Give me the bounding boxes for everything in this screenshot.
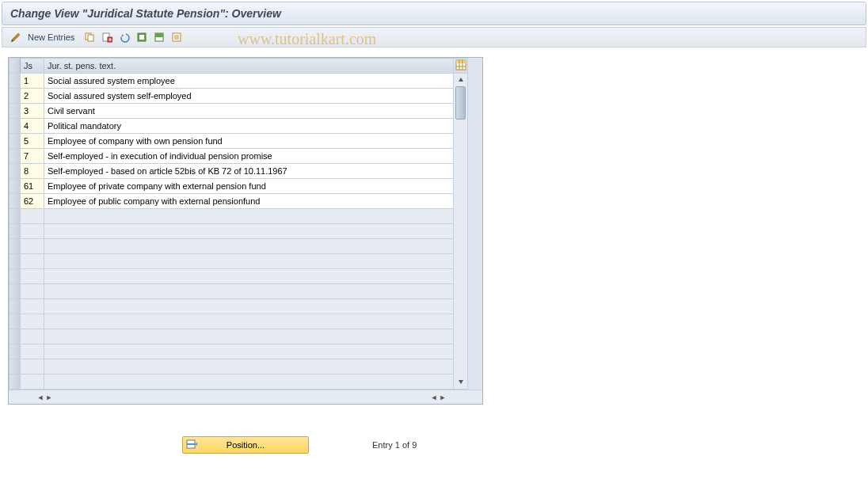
- cell-js[interactable]: 2: [21, 89, 44, 104]
- scroll-thumb[interactable]: [455, 86, 466, 120]
- row-selector[interactable]: [10, 314, 21, 329]
- undo-change-icon[interactable]: [117, 30, 131, 44]
- vertical-scrollbar[interactable]: [454, 74, 468, 390]
- cell-js-empty[interactable]: [21, 314, 44, 329]
- position-icon: [186, 439, 197, 451]
- cell-text-empty[interactable]: [44, 239, 454, 254]
- cell-text-empty[interactable]: [44, 284, 454, 299]
- row-selector[interactable]: [10, 374, 21, 390]
- row-selector[interactable]: [10, 194, 21, 209]
- data-grid: Js Jur. st. pens. text. 1Social assured …: [8, 57, 483, 405]
- row-selector[interactable]: [10, 149, 21, 164]
- table-row-empty: [10, 374, 468, 390]
- toggle-display-change-icon[interactable]: [9, 30, 23, 44]
- cell-text-empty[interactable]: [44, 374, 454, 390]
- cell-js[interactable]: 1: [21, 74, 44, 89]
- cell-text[interactable]: Social assured system employee: [44, 74, 454, 89]
- table-row: 7Self-employed - in execution of individ…: [10, 149, 468, 164]
- row-selector[interactable]: [10, 89, 21, 104]
- table-settings-icon[interactable]: [454, 59, 468, 74]
- cell-text-empty[interactable]: [44, 329, 454, 344]
- table-row-empty: [10, 359, 468, 374]
- cell-js[interactable]: 62: [21, 194, 44, 209]
- table-row-empty: [10, 284, 468, 299]
- cell-js[interactable]: 3: [21, 104, 44, 119]
- cell-js-empty[interactable]: [21, 209, 44, 224]
- cell-js-empty[interactable]: [21, 224, 44, 239]
- row-selector[interactable]: [10, 74, 21, 89]
- cell-js[interactable]: 8: [21, 164, 44, 179]
- cell-js-empty[interactable]: [21, 299, 44, 314]
- cell-text[interactable]: Employee of public company with external…: [44, 194, 454, 209]
- cell-text[interactable]: Employee of private company with externa…: [44, 179, 454, 194]
- cell-js-empty[interactable]: [21, 269, 44, 284]
- select-all-icon[interactable]: [135, 30, 149, 44]
- row-selector[interactable]: [10, 344, 21, 359]
- toolbar: New Entries: [2, 27, 866, 48]
- cell-js[interactable]: 5: [21, 134, 44, 149]
- cell-text[interactable]: Self-employed - in execution of individu…: [44, 149, 454, 164]
- scroll-right-icon[interactable]: ►: [45, 392, 53, 403]
- cell-text-empty[interactable]: [44, 269, 454, 284]
- deselect-all-icon[interactable]: [169, 30, 184, 44]
- cell-js-empty[interactable]: [21, 329, 44, 344]
- table-row: 5Employee of company with own pension fu…: [10, 134, 468, 149]
- table-row: 62Employee of public company with extern…: [10, 194, 468, 209]
- cell-js-empty[interactable]: [21, 344, 44, 359]
- cell-js-empty[interactable]: [21, 374, 44, 390]
- cell-js-empty[interactable]: [21, 359, 44, 374]
- svg-rect-5: [139, 35, 144, 40]
- copy-as-icon[interactable]: [82, 30, 97, 44]
- row-selector[interactable]: [10, 179, 21, 194]
- scroll-right-end-icon[interactable]: ►: [439, 392, 447, 403]
- scroll-left-end-icon[interactable]: ◄: [430, 392, 438, 403]
- scroll-left-icon[interactable]: ◄: [36, 392, 44, 403]
- position-button[interactable]: Position...: [182, 436, 309, 454]
- cell-text-empty[interactable]: [44, 254, 454, 269]
- cell-text-empty[interactable]: [44, 344, 454, 359]
- cell-text-empty[interactable]: [44, 359, 454, 374]
- row-selector[interactable]: [10, 164, 21, 179]
- column-header-js[interactable]: Js: [21, 59, 44, 74]
- row-selector[interactable]: [10, 284, 21, 299]
- cell-js[interactable]: 61: [21, 179, 44, 194]
- cell-js[interactable]: 4: [21, 119, 44, 134]
- row-selector[interactable]: [10, 239, 21, 254]
- scroll-down-icon[interactable]: [454, 375, 467, 388]
- select-all-rows[interactable]: [10, 59, 21, 74]
- cell-js[interactable]: 7: [21, 149, 44, 164]
- row-selector[interactable]: [10, 254, 21, 269]
- row-selector[interactable]: [10, 104, 21, 119]
- cell-js-empty[interactable]: [21, 239, 44, 254]
- cell-js-empty[interactable]: [21, 284, 44, 299]
- scroll-up-icon[interactable]: [454, 74, 467, 86]
- row-selector[interactable]: [10, 359, 21, 374]
- title-bar: Change View "Juridical Statute Pension":…: [2, 2, 866, 25]
- horizontal-scrollbar[interactable]: ◄ ► ◄ ►: [9, 390, 482, 404]
- delete-icon[interactable]: [100, 30, 114, 44]
- cell-js-empty[interactable]: [21, 254, 44, 269]
- table-row: 2Social assured system self-employed: [10, 89, 468, 104]
- row-selector[interactable]: [10, 329, 21, 344]
- cell-text-empty[interactable]: [44, 209, 454, 224]
- cell-text[interactable]: Employee of company with own pension fun…: [44, 134, 454, 149]
- select-block-icon[interactable]: [152, 30, 166, 44]
- cell-text[interactable]: Self-employed - based on article 52bis o…: [44, 164, 454, 179]
- row-selector[interactable]: [10, 209, 21, 224]
- row-selector[interactable]: [10, 119, 21, 134]
- cell-text[interactable]: Political mandatory: [44, 119, 454, 134]
- cell-text[interactable]: Social assured system self-employed: [44, 89, 454, 104]
- row-selector[interactable]: [10, 269, 21, 284]
- svg-rect-1: [88, 35, 93, 41]
- cell-text-empty[interactable]: [44, 314, 454, 329]
- cell-text-empty[interactable]: [44, 299, 454, 314]
- new-entries-button[interactable]: New Entries: [26, 32, 79, 42]
- cell-text[interactable]: Civil servant: [44, 104, 454, 119]
- column-header-text[interactable]: Jur. st. pens. text.: [44, 59, 454, 74]
- table-row-empty: [10, 299, 468, 314]
- row-selector[interactable]: [10, 224, 21, 239]
- table-row-empty: [10, 209, 468, 224]
- row-selector[interactable]: [10, 299, 21, 314]
- cell-text-empty[interactable]: [44, 224, 454, 239]
- row-selector[interactable]: [10, 134, 21, 149]
